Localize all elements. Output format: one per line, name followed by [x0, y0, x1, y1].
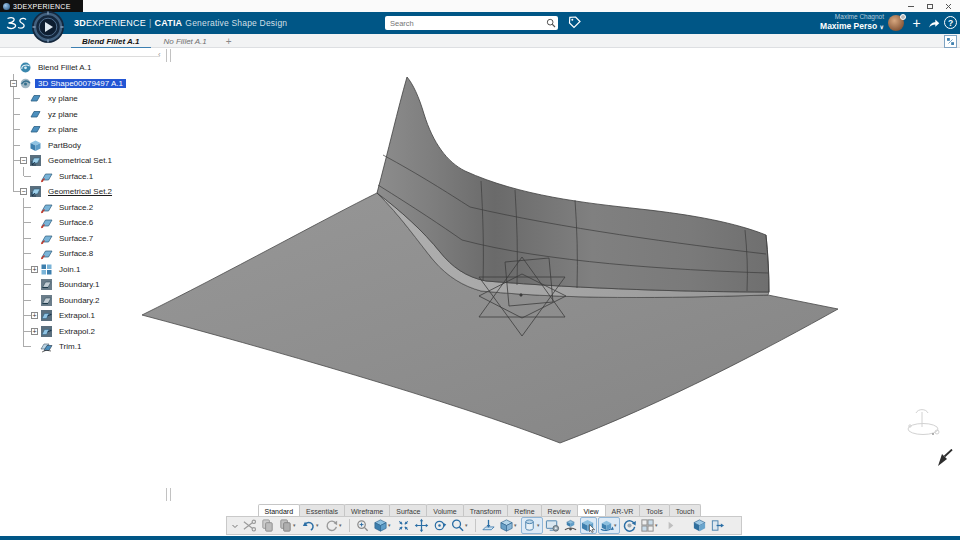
tree-item[interactable]: − Geometrical Set.1 [0, 153, 185, 169]
dropdown-caret-icon[interactable]: ▾ [614, 517, 619, 534]
rotate-icon[interactable] [431, 517, 448, 534]
tree-item[interactable]: + Extrapol.2 [0, 324, 185, 340]
tree-item[interactable]: yz plane [0, 107, 185, 123]
new-tab-button[interactable]: + [219, 34, 239, 48]
paste-icon[interactable]: ▾ [277, 517, 299, 534]
dropdown-caret-icon[interactable]: ▾ [293, 517, 298, 534]
tree-item[interactable]: − Geometrical Set.2 [0, 184, 185, 200]
pen-cursor[interactable] [936, 449, 953, 468]
cut-icon[interactable] [241, 517, 258, 534]
more-tools-icon[interactable] [662, 517, 679, 534]
hide-show-icon[interactable] [562, 517, 579, 534]
tree-item[interactable]: Blend Fillet A.1 [0, 60, 185, 76]
dropdown-caret-icon[interactable]: ▾ [316, 517, 321, 534]
dropdown-caret-icon[interactable]: ▾ [514, 517, 519, 534]
redo-icon[interactable]: ▾ [323, 517, 345, 534]
close-button[interactable] [939, 0, 958, 12]
tree-expander[interactable]: + [29, 308, 40, 324]
surface-icon [40, 170, 53, 183]
avatar[interactable] [888, 15, 904, 31]
tree-item-label: zx plane [45, 125, 81, 134]
tree-item[interactable]: Trim.1 [0, 339, 185, 355]
tree-item[interactable]: + Join.1 [0, 262, 185, 278]
join-icon [40, 263, 53, 276]
3d-compass-button[interactable] [31, 10, 65, 44]
tree-item[interactable]: Surface.2 [0, 200, 185, 216]
update-icon[interactable] [621, 517, 638, 534]
tree-expander [29, 169, 40, 185]
export-icon[interactable] [709, 517, 726, 534]
boundary-icon [40, 294, 53, 307]
tree-item[interactable]: zx plane [0, 122, 185, 138]
3d-viewport[interactable]: ‹ [0, 48, 960, 505]
tree-item-label: Surface.6 [56, 218, 96, 227]
geoset-icon [29, 154, 42, 167]
search-icon[interactable] [543, 16, 558, 30]
tree-item[interactable]: xy plane [0, 91, 185, 107]
tree-item[interactable]: Surface.6 [0, 215, 185, 231]
undo-icon[interactable]: ▾ [300, 517, 322, 534]
tree-item[interactable]: − 3D Shape00079497 A.1 [0, 76, 185, 92]
panel-resize-grip[interactable] [166, 488, 171, 501]
tree-item[interactable]: Surface.8 [0, 246, 185, 262]
iso-view-icon[interactable]: ▾ [372, 517, 394, 534]
maximize-button[interactable] [920, 0, 939, 12]
plane-icon [29, 92, 42, 105]
plane-icon [29, 123, 42, 136]
app-subtitle: Generative Shape Design [185, 12, 287, 34]
tree-expander[interactable]: − [18, 184, 29, 200]
tree-expander[interactable]: − [18, 153, 29, 169]
tree-item-label: Surface.8 [56, 249, 96, 258]
dropdown-caret-icon[interactable]: ▾ [465, 517, 470, 534]
trim-icon [40, 340, 53, 353]
3ds-logo-icon[interactable] [4, 15, 28, 31]
tree-expander[interactable]: + [29, 262, 40, 278]
dropdown-caret-icon[interactable]: ▾ [388, 517, 393, 534]
user-menu[interactable]: Maxime Chagnot Maxime Perso ∨ [820, 13, 884, 31]
dropdown-caret-icon[interactable]: ▾ [339, 517, 344, 534]
expand-viewport-button[interactable] [944, 35, 957, 48]
fit-all-icon[interactable] [395, 517, 412, 534]
tree-scrollbar-track[interactable] [0, 56, 160, 57]
render-style-icon[interactable]: ▾ [521, 517, 543, 534]
copy-icon[interactable] [259, 517, 276, 534]
tree-item[interactable]: Boundary.1 [0, 277, 185, 293]
tree-expander[interactable]: + [29, 324, 40, 340]
toolbar-overflow-icon[interactable] [230, 517, 240, 534]
tree-item[interactable]: + Extrapol.1 [0, 308, 185, 324]
screen-settings-icon[interactable] [544, 517, 561, 534]
document-tab[interactable]: Blend Fillet A.1 [70, 34, 152, 48]
minimize-button[interactable] [901, 0, 920, 12]
tree-item[interactable]: PartBody [0, 138, 185, 154]
help-icon[interactable]: ? [944, 16, 957, 29]
tree-expander [29, 339, 40, 355]
global-search-input[interactable] [385, 19, 543, 28]
select-mode-icon[interactable] [580, 517, 597, 534]
scroll-left-arrow[interactable]: ‹ [158, 50, 161, 60]
zoom-icon[interactable]: ▾ [449, 517, 471, 534]
tree-item[interactable]: Surface.1 [0, 169, 185, 185]
tag-icon[interactable] [566, 15, 582, 31]
tree-expander[interactable]: − [8, 76, 19, 92]
named-views-icon[interactable]: ▾ [498, 517, 520, 534]
close-icon [945, 3, 952, 10]
document-tab-label: Blend Fillet A.1 [82, 37, 140, 46]
pan-icon[interactable] [413, 517, 430, 534]
model-display-icon[interactable] [691, 517, 708, 534]
normal-view-icon[interactable] [480, 517, 497, 534]
shape-icon [19, 77, 32, 90]
tree-item[interactable]: Boundary.2 [0, 293, 185, 309]
nav-compass[interactable] [902, 403, 946, 447]
multi-view-icon[interactable]: ▾ [639, 517, 661, 534]
reframe-icon[interactable] [354, 517, 371, 534]
tree-expander [29, 231, 40, 247]
tree-expander [29, 215, 40, 231]
examine-mode-icon[interactable]: ▾ [598, 517, 620, 534]
share-icon[interactable] [927, 16, 941, 30]
tree-item[interactable]: Surface.7 [0, 231, 185, 247]
document-tab-label: No Fillet A.1 [164, 37, 207, 46]
document-tab[interactable]: No Fillet A.1 [152, 34, 219, 48]
dropdown-caret-icon[interactable]: ▾ [537, 517, 542, 534]
dropdown-caret-icon[interactable]: ▾ [655, 517, 660, 534]
add-icon[interactable]: + [909, 14, 924, 32]
